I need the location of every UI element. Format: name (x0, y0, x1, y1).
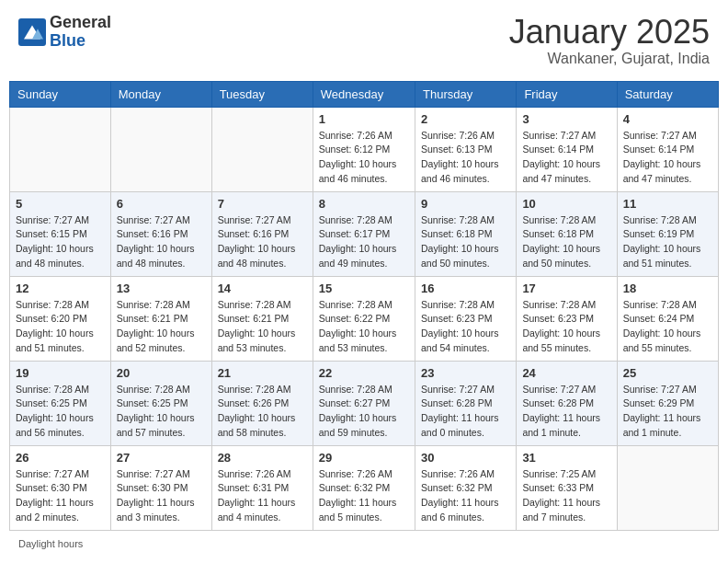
calendar-week-row: 12Sunrise: 7:28 AM Sunset: 6:20 PM Dayli… (10, 276, 719, 361)
day-number: 21 (218, 366, 307, 380)
calendar-day-cell: 15Sunrise: 7:28 AM Sunset: 6:22 PM Dayli… (313, 276, 415, 361)
logo-blue: Blue (50, 32, 111, 51)
day-number: 12 (16, 282, 105, 295)
calendar-day-cell: 21Sunrise: 7:28 AM Sunset: 6:26 PM Dayli… (211, 361, 313, 445)
calendar-day-cell: 6Sunrise: 7:27 AM Sunset: 6:16 PM Daylig… (110, 191, 211, 276)
day-number: 28 (218, 451, 307, 465)
calendar-day-cell: 13Sunrise: 7:28 AM Sunset: 6:21 PM Dayli… (110, 276, 211, 361)
calendar-week-row: 1Sunrise: 7:26 AM Sunset: 6:12 PM Daylig… (10, 107, 719, 191)
calendar-day-cell (617, 445, 718, 530)
day-number: 22 (319, 366, 409, 380)
day-number: 18 (623, 282, 712, 295)
calendar-day-cell: 12Sunrise: 7:28 AM Sunset: 6:20 PM Dayli… (10, 276, 111, 361)
calendar-day-cell: 9Sunrise: 7:28 AM Sunset: 6:18 PM Daylig… (415, 191, 516, 276)
day-info: Sunrise: 7:28 AM Sunset: 6:23 PM Dayligh… (421, 298, 510, 356)
page-header: General Blue January 2025 Wankaner, Guja… (9, 9, 719, 72)
day-number: 16 (421, 282, 510, 295)
calendar-day-cell (211, 107, 313, 191)
calendar-day-cell: 11Sunrise: 7:28 AM Sunset: 6:19 PM Dayli… (617, 191, 718, 276)
calendar-day-cell: 17Sunrise: 7:28 AM Sunset: 6:23 PM Dayli… (517, 276, 617, 361)
logo-text: General Blue (50, 14, 111, 51)
day-info: Sunrise: 7:28 AM Sunset: 6:22 PM Dayligh… (319, 298, 409, 356)
calendar-day-cell: 8Sunrise: 7:28 AM Sunset: 6:17 PM Daylig… (313, 191, 415, 276)
calendar-day-cell: 29Sunrise: 7:26 AM Sunset: 6:32 PM Dayli… (313, 445, 415, 530)
day-info: Sunrise: 7:27 AM Sunset: 6:30 PM Dayligh… (16, 467, 105, 525)
day-number: 1 (319, 112, 409, 126)
day-number: 6 (117, 197, 206, 211)
day-info: Sunrise: 7:26 AM Sunset: 6:12 PM Dayligh… (319, 129, 409, 187)
calendar-table: SundayMondayTuesdayWednesdayThursdayFrid… (9, 81, 719, 531)
calendar-day-cell: 30Sunrise: 7:26 AM Sunset: 6:32 PM Dayli… (415, 445, 516, 530)
day-info: Sunrise: 7:27 AM Sunset: 6:15 PM Dayligh… (16, 213, 105, 271)
calendar-day-cell: 20Sunrise: 7:28 AM Sunset: 6:25 PM Dayli… (110, 361, 211, 445)
day-number: 23 (421, 366, 510, 380)
day-info: Sunrise: 7:28 AM Sunset: 6:18 PM Dayligh… (522, 213, 610, 271)
day-number: 11 (623, 197, 712, 211)
calendar-day-header: Monday (110, 81, 211, 107)
day-number: 4 (623, 112, 712, 126)
calendar-day-cell: 28Sunrise: 7:26 AM Sunset: 6:31 PM Dayli… (211, 445, 313, 530)
day-info: Sunrise: 7:27 AM Sunset: 6:14 PM Dayligh… (522, 129, 610, 187)
calendar-day-cell (10, 107, 111, 191)
calendar-day-cell: 7Sunrise: 7:27 AM Sunset: 6:16 PM Daylig… (211, 191, 313, 276)
calendar-day-cell: 25Sunrise: 7:27 AM Sunset: 6:29 PM Dayli… (617, 361, 718, 445)
calendar-week-row: 5Sunrise: 7:27 AM Sunset: 6:15 PM Daylig… (10, 191, 719, 276)
day-info: Sunrise: 7:27 AM Sunset: 6:16 PM Dayligh… (218, 213, 307, 271)
day-info: Sunrise: 7:28 AM Sunset: 6:25 PM Dayligh… (117, 383, 206, 441)
day-info: Sunrise: 7:28 AM Sunset: 6:20 PM Dayligh… (16, 298, 105, 356)
day-info: Sunrise: 7:28 AM Sunset: 6:23 PM Dayligh… (522, 298, 610, 356)
calendar-day-cell (110, 107, 211, 191)
day-info: Sunrise: 7:28 AM Sunset: 6:21 PM Dayligh… (218, 298, 307, 356)
day-number: 15 (319, 282, 409, 295)
day-info: Sunrise: 7:27 AM Sunset: 6:16 PM Dayligh… (117, 213, 206, 271)
day-number: 31 (522, 451, 610, 465)
day-info: Sunrise: 7:27 AM Sunset: 6:29 PM Dayligh… (623, 383, 712, 441)
calendar-day-header: Tuesday (211, 81, 313, 107)
calendar-day-header: Saturday (617, 81, 718, 107)
calendar-day-cell: 26Sunrise: 7:27 AM Sunset: 6:30 PM Dayli… (10, 445, 111, 530)
calendar-day-cell: 24Sunrise: 7:27 AM Sunset: 6:28 PM Dayli… (517, 361, 617, 445)
title-section: January 2025 Wankaner, Gujarat, India (509, 14, 710, 67)
day-info: Sunrise: 7:27 AM Sunset: 6:14 PM Dayligh… (623, 129, 712, 187)
footer: Daylight hours (9, 538, 719, 549)
calendar-day-header: Thursday (415, 81, 516, 107)
calendar-day-cell: 23Sunrise: 7:27 AM Sunset: 6:28 PM Dayli… (415, 361, 516, 445)
logo-general: General (50, 14, 111, 32)
daylight-label: Daylight hours (18, 538, 83, 549)
calendar-day-header: Wednesday (313, 81, 415, 107)
day-number: 27 (117, 451, 206, 465)
day-number: 14 (218, 282, 307, 295)
calendar-day-cell: 18Sunrise: 7:28 AM Sunset: 6:24 PM Dayli… (617, 276, 718, 361)
calendar-day-cell: 2Sunrise: 7:26 AM Sunset: 6:13 PM Daylig… (415, 107, 516, 191)
day-info: Sunrise: 7:28 AM Sunset: 6:18 PM Dayligh… (421, 213, 510, 271)
calendar-day-cell: 22Sunrise: 7:28 AM Sunset: 6:27 PM Dayli… (313, 361, 415, 445)
calendar-day-cell: 31Sunrise: 7:25 AM Sunset: 6:33 PM Dayli… (517, 445, 617, 530)
calendar-week-row: 26Sunrise: 7:27 AM Sunset: 6:30 PM Dayli… (10, 445, 719, 530)
logo: General Blue (18, 14, 111, 51)
day-number: 19 (16, 366, 105, 380)
day-number: 26 (16, 451, 105, 465)
day-info: Sunrise: 7:28 AM Sunset: 6:25 PM Dayligh… (16, 383, 105, 441)
day-number: 29 (319, 451, 409, 465)
day-info: Sunrise: 7:28 AM Sunset: 6:24 PM Dayligh… (623, 298, 712, 356)
day-info: Sunrise: 7:28 AM Sunset: 6:19 PM Dayligh… (623, 213, 712, 271)
day-info: Sunrise: 7:27 AM Sunset: 6:30 PM Dayligh… (117, 467, 206, 525)
calendar-day-header: Sunday (10, 81, 111, 107)
calendar-week-row: 19Sunrise: 7:28 AM Sunset: 6:25 PM Dayli… (10, 361, 719, 445)
calendar-day-cell: 14Sunrise: 7:28 AM Sunset: 6:21 PM Dayli… (211, 276, 313, 361)
day-info: Sunrise: 7:28 AM Sunset: 6:21 PM Dayligh… (117, 298, 206, 356)
day-info: Sunrise: 7:26 AM Sunset: 6:31 PM Dayligh… (218, 467, 307, 525)
logo-icon (18, 18, 46, 46)
calendar-day-cell: 19Sunrise: 7:28 AM Sunset: 6:25 PM Dayli… (10, 361, 111, 445)
day-number: 9 (421, 197, 510, 211)
day-number: 25 (623, 366, 712, 380)
day-number: 30 (421, 451, 510, 465)
day-info: Sunrise: 7:27 AM Sunset: 6:28 PM Dayligh… (522, 383, 610, 441)
day-number: 10 (522, 197, 610, 211)
day-info: Sunrise: 7:28 AM Sunset: 6:26 PM Dayligh… (218, 383, 307, 441)
calendar-day-cell: 10Sunrise: 7:28 AM Sunset: 6:18 PM Dayli… (517, 191, 617, 276)
calendar-header-row: SundayMondayTuesdayWednesdayThursdayFrid… (10, 81, 719, 107)
day-number: 17 (522, 282, 610, 295)
day-number: 13 (117, 282, 206, 295)
day-info: Sunrise: 7:28 AM Sunset: 6:17 PM Dayligh… (319, 213, 409, 271)
